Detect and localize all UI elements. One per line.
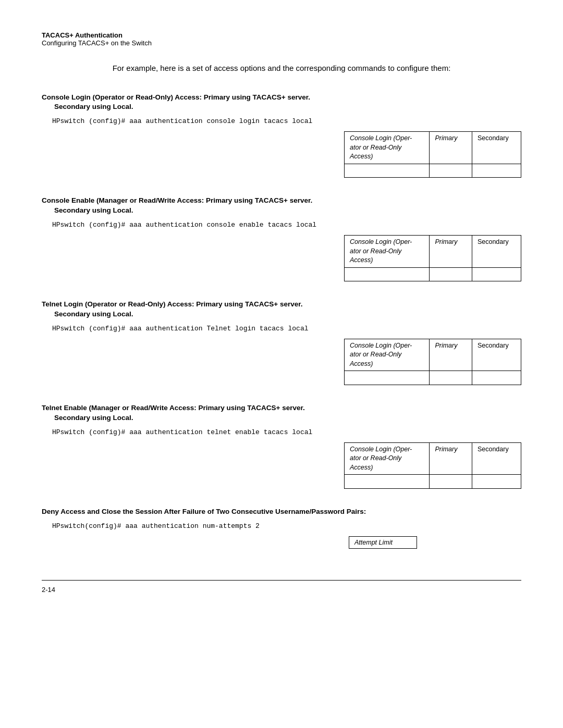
table-row2-col2	[430, 267, 472, 281]
section-4-table: Console Login (Oper-ator or Read-OnlyAcc…	[344, 442, 521, 489]
intro-text: For example, here is a set of access opt…	[104, 63, 459, 75]
deny-heading: Deny Access and Close the Session After …	[42, 507, 521, 517]
section-1-table-wrapper: Console Login (Oper-ator or Read-OnlyAcc…	[42, 131, 521, 178]
section-2-code: HPswitch (config)# aaa authentication co…	[42, 221, 521, 229]
section-4-code: HPswitch (config)# aaa authentication te…	[42, 428, 521, 436]
table-col3: Secondary	[472, 236, 521, 268]
section-3-heading: Telnet Login (Operator or Read-Only) Acc…	[42, 300, 521, 319]
table-col2: Primary	[430, 132, 472, 164]
table-row2-col2	[430, 475, 472, 489]
header-subtitle: Configuring TACACS+ on the Switch	[42, 39, 521, 47]
section-3-table: Console Login (Oper-ator or Read-OnlyAcc…	[344, 339, 521, 385]
section-2-table: Console Login (Oper-ator or Read-OnlyAcc…	[344, 235, 521, 281]
section-1-heading: Console Login (Operator or Read-Only) Ac…	[42, 93, 521, 113]
header-title: TACACS+ Authentication	[42, 31, 521, 39]
section-4-table-wrapper: Console Login (Oper-ator or Read-OnlyAcc…	[42, 442, 521, 489]
section-3: Telnet Login (Operator or Read-Only) Acc…	[42, 300, 521, 385]
table-col3: Secondary	[472, 442, 521, 475]
table-row2-col1	[345, 371, 430, 385]
table-row2-col1	[345, 164, 430, 178]
section-4-heading: Telnet Enable (Manager or Read/Write Acc…	[42, 403, 521, 423]
table-col2: Primary	[430, 442, 472, 475]
section-1: Console Login (Operator or Read-Only) Ac…	[42, 93, 521, 178]
table-col2: Primary	[430, 236, 472, 268]
table-row2-col3	[472, 475, 521, 489]
section-3-table-wrapper: Console Login (Oper-ator or Read-OnlyAcc…	[42, 339, 521, 385]
table-col1: Console Login (Oper-ator or Read-OnlyAcc…	[345, 442, 430, 475]
section-1-table: Console Login (Oper-ator or Read-OnlyAcc…	[344, 131, 521, 178]
table-col3: Secondary	[472, 339, 521, 371]
section-3-code: HPswitch (config)# aaa authentication Te…	[42, 325, 521, 332]
table-row2-col1	[345, 267, 430, 281]
table-col1: Console Login (Oper-ator or Read-OnlyAcc…	[345, 339, 430, 371]
section-4: Telnet Enable (Manager or Read/Write Acc…	[42, 403, 521, 489]
section-2-table-wrapper: Console Login (Oper-ator or Read-OnlyAcc…	[42, 235, 521, 281]
page-number: 2-14	[42, 586, 55, 594]
attempt-table-wrapper: Attempt Limit	[42, 536, 521, 549]
page-header: TACACS+ Authentication Configuring TACAC…	[42, 31, 521, 47]
table-row2-col1	[345, 475, 430, 489]
table-col1: Console Login (Oper-ator or Read-OnlyAcc…	[345, 132, 430, 164]
section-1-code: HPswitch (config)# aaa authentication co…	[42, 117, 521, 125]
deny-code: HPswitch(config)# aaa authentication num…	[42, 522, 521, 530]
table-row2-col3	[472, 164, 521, 178]
attempt-table: Attempt Limit	[349, 536, 417, 549]
table-row2-col3	[472, 371, 521, 385]
table-row2-col2	[430, 164, 472, 178]
table-col2: Primary	[430, 339, 472, 371]
table-col3: Secondary	[472, 132, 521, 164]
page-footer: 2-14	[42, 580, 521, 594]
section-2-heading: Console Enable (Manager or Read/Write Ac…	[42, 196, 521, 216]
deny-section: Deny Access and Close the Session After …	[42, 507, 521, 549]
section-2: Console Enable (Manager or Read/Write Ac…	[42, 196, 521, 281]
table-col1: Console Login (Oper-ator or Read-OnlyAcc…	[345, 236, 430, 268]
table-row2-col3	[472, 267, 521, 281]
attempt-limit-cell: Attempt Limit	[349, 536, 417, 548]
table-row2-col2	[430, 371, 472, 385]
